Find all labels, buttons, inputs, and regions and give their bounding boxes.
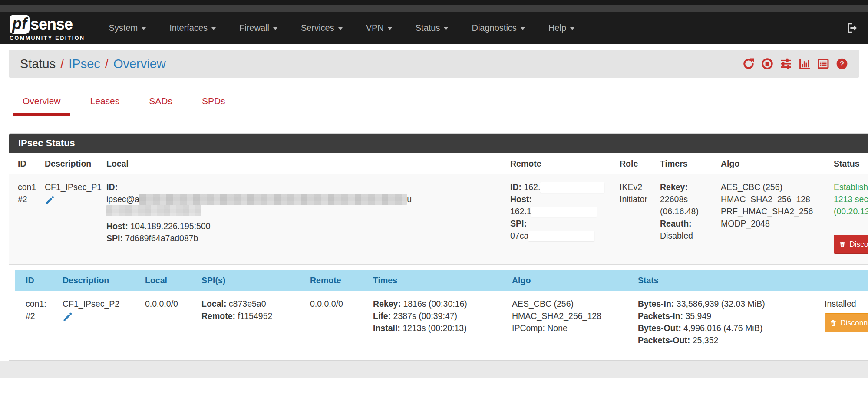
pfsense-logo-pf: pf [10,15,30,34]
ipsec-status-panel: IPsec Status ID Description Local Remote… [9,133,868,361]
caret-down-icon [521,27,525,30]
cell-local: ID: ipsec@au Host: 104.189.226.195:500 S… [100,174,504,265]
cell-local: 0.0.0.0/0 [139,291,195,349]
sign-out-icon[interactable] [845,21,858,35]
page-action-icons: ? [743,58,848,70]
disconnect-button[interactable]: Disconnect [834,235,868,254]
refresh-icon[interactable] [743,58,755,70]
cell-spis: Local: c873e5a0 Remote: f1154952 [195,291,304,349]
redacted-box [540,182,604,193]
breadcrumb: Status / IPsec / Overview [9,50,859,78]
tab-sads[interactable]: SADs [139,96,182,116]
caret-down-icon [142,27,146,30]
menu-interfaces[interactable]: Interfaces [158,23,228,33]
tab-spds[interactable]: SPDs [192,96,235,116]
pfsense-logo[interactable]: pf sense COMMUNITY EDITION [10,15,85,41]
cell-timers: Rekey: 22608s (06:16:48) Reauth: Disable… [654,174,715,265]
col-header-status: Status [828,153,868,174]
disconnect-button[interactable]: Disconnect [825,313,868,332]
cell-algo: AES_CBC (256) HMAC_SHA2_256_128 PRF_HMAC… [715,174,828,265]
redacted-blur [139,194,407,205]
cell-algo: AES_CBC (256) HMAC_SHA2_256_128 IPComp: … [506,291,632,349]
caret-down-icon [338,27,343,30]
trash-icon [830,319,837,327]
caret-down-icon [444,27,448,30]
status-established: Established [834,181,868,193]
list-icon[interactable] [817,58,829,70]
col-header-local: Local [100,153,504,174]
panel-title: IPsec Status [9,134,868,153]
cell-remote: ID: 162. Host: 162.1 SPI: 07ca [504,174,614,265]
child-sa-section: ID Description Local SPI(s) Remote Times… [9,265,868,360]
cell-times: Rekey: 1816s (00:30:16) Life: 2387s (00:… [367,291,506,349]
menu-vpn[interactable]: VPN [354,23,404,33]
cell-stats: Bytes-In: 33,586,939 (32.03 MiB) Packets… [632,291,818,349]
child-sa-table: ID Description Local SPI(s) Remote Times… [15,270,868,349]
caret-down-icon [570,27,574,30]
col-header-local: Local [139,270,195,291]
cell-id: con1: #2 [15,291,56,349]
edit-pencil-icon[interactable] [63,312,73,322]
cell-description: CF1_IPsec_P1 [39,174,100,265]
page-background [0,361,868,378]
caret-down-icon [211,27,216,30]
col-header-algo: Algo [506,270,632,291]
trash-icon [839,241,846,248]
main-menu: System Interfaces Firewall Services VPN … [97,23,586,33]
table-row: con1: #2 CF1_IPsec_P2 0.0.0.0/0 Local: c… [15,291,868,349]
breadcrumb-separator: / [60,57,64,71]
ike-table-header-row: ID Description Local Remote Role Timers … [9,153,868,174]
col-header-times: Times [367,270,506,291]
col-header-remote: Remote [304,270,367,291]
col-header-id: ID [9,153,39,174]
svg-text:?: ? [840,60,844,68]
ipsec-tabs: Overview Leases SADs SPDs [13,96,859,116]
status-installed: Installed [825,298,868,310]
col-header-remote: Remote [504,153,614,174]
menu-diagnostics[interactable]: Diagnostics [460,23,536,33]
menu-system[interactable]: System [97,23,158,33]
top-navbar: pf sense COMMUNITY EDITION System Interf… [0,12,868,44]
breadcrumb-section: Status [20,57,56,71]
menu-firewall[interactable]: Firewall [228,23,289,33]
stop-circle-icon[interactable] [761,58,773,70]
pfsense-edition-label: COMMUNITY EDITION [10,35,85,41]
window-top-strip [0,0,868,5]
breadcrumb-link-overview[interactable]: Overview [113,57,166,71]
breadcrumb-link-ipsec[interactable]: IPsec [69,57,100,71]
redacted-box [531,207,597,217]
menu-services[interactable]: Services [289,23,354,33]
col-header-role: Role [614,153,654,174]
caret-down-icon [388,27,392,30]
cell-status: Installed Disconnect [818,291,868,349]
col-header-description: Description [39,153,100,174]
redacted-box [528,231,594,241]
child-sa-header-row: ID Description Local SPI(s) Remote Times… [15,270,868,291]
pfsense-logo-sense: sense [30,15,73,33]
menu-status[interactable]: Status [404,23,460,33]
table-row: con1 #2 CF1_IPsec_P1 ID: ipsec@au Host: … [9,174,868,265]
cell-status: Established 1213 seconds (00:20:13) Disc… [828,174,868,265]
cell-description: CF1_IPsec_P2 [56,291,139,349]
sliders-icon[interactable] [780,58,792,70]
cell-id: con1 #2 [9,174,39,265]
bar-chart-icon[interactable] [799,58,811,70]
col-header-description: Description [56,270,139,291]
cell-role: IKEv2 Initiator [614,174,654,265]
tab-leases[interactable]: Leases [81,96,129,116]
col-header-id: ID [15,270,56,291]
breadcrumb-separator: / [105,57,109,71]
menu-help[interactable]: Help [537,23,586,33]
tab-overview[interactable]: Overview [13,96,70,116]
col-header-spis: SPI(s) [195,270,304,291]
caret-down-icon [273,27,277,30]
col-header-timers: Timers [654,153,715,174]
edit-pencil-icon[interactable] [45,195,55,205]
redacted-blur [106,205,201,216]
ike-sa-table: ID Description Local Remote Role Timers … [9,153,868,265]
help-icon[interactable]: ? [836,58,848,70]
col-header-algo: Algo [715,153,828,174]
cell-remote: 0.0.0.0/0 [304,291,367,349]
window-sub-strip [0,5,868,12]
col-header-blank [818,270,868,291]
